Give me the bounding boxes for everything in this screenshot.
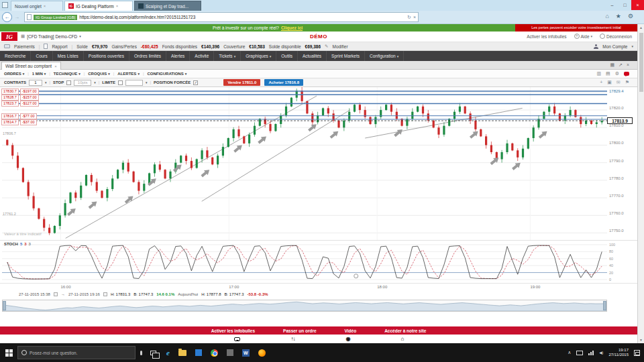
- scroll-down-icon[interactable]: ▼: [638, 338, 644, 342]
- tooltips-link[interactable]: Activer les infobulles: [527, 34, 566, 39]
- task-view-icon[interactable]: [150, 351, 156, 355]
- nav-sprint-markets[interactable]: Sprint Markets: [327, 51, 365, 61]
- snapshot-icon[interactable]: ▣: [607, 80, 612, 85]
- payments-link[interactable]: Paiements: [14, 44, 35, 49]
- nav-positions-ouvertes[interactable]: Positions ouvertes: [84, 51, 129, 61]
- stochastic-panel[interactable]: STOCH 5 3 3 100 80 60 40 20 0: [0, 240, 637, 283]
- network-icon[interactable]: [588, 351, 594, 355]
- help-menu[interactable]: ? Aide ▾: [574, 34, 593, 39]
- nav-ordres-limites[interactable]: Ordres limités: [129, 51, 166, 61]
- stop-input[interactable]: [74, 80, 91, 86]
- chat-icon[interactable]: [624, 72, 629, 76]
- order-level-row[interactable]: 17828.7-$157.00: [1, 95, 39, 101]
- close-icon[interactable]: ×: [116, 4, 119, 8]
- price-chart[interactable]: 17829.4 17820.0 17810.0 17800.0 17790.0 …: [0, 87, 637, 240]
- taskbar-icon-app-gray[interactable]: [227, 349, 233, 356]
- nav-cours[interactable]: Cours: [31, 51, 52, 61]
- maximize-button[interactable]: □: [619, 0, 631, 10]
- stochastic-plot[interactable]: [2, 241, 607, 284]
- back-button[interactable]: ←: [2, 12, 12, 22]
- menu-alertes[interactable]: ALERTES▾: [117, 72, 140, 76]
- url-field[interactable]: IG Group Limited [GB] https://demo-deal.…: [24, 12, 419, 22]
- minimize-button[interactable]: –: [606, 0, 619, 10]
- settings-icon[interactable]: ⚙: [615, 71, 619, 76]
- limit-input[interactable]: [125, 80, 143, 86]
- close-icon[interactable]: ×: [44, 4, 46, 8]
- buy-button[interactable]: Acheter 17816.8: [264, 79, 303, 86]
- taskbar-icon-firefox[interactable]: [258, 349, 266, 357]
- nav-graphiques[interactable]: Graphiques▾: [241, 51, 276, 61]
- contracts-input[interactable]: [29, 80, 42, 86]
- action-place-order[interactable]: Passer un ordre: [283, 328, 317, 333]
- nav-tickets[interactable]: Tickets▾: [214, 51, 241, 61]
- volume-icon[interactable]: ◀): [599, 351, 603, 355]
- chart-navigator[interactable]: [2, 300, 607, 312]
- nav-actualites[interactable]: Actualités: [298, 51, 327, 61]
- speech-bubble-icon[interactable]: [234, 337, 240, 341]
- order-arrows-icon[interactable]: ↑↓: [291, 336, 295, 342]
- navigator-handle-right[interactable]: [603, 301, 606, 310]
- list-icon[interactable]: ▤: [606, 71, 610, 76]
- menu-configurations[interactable]: CONFIGURATIONS▾: [147, 72, 186, 76]
- nav-activite[interactable]: Activité: [190, 51, 214, 61]
- close-icon[interactable]: ×: [54, 64, 57, 68]
- flag-icon[interactable]: ⚑: [625, 80, 629, 85]
- home-icon[interactable]: ⌂: [605, 13, 608, 19]
- browser-tab-new[interactable]: Nouvel onglet ×: [11, 1, 63, 11]
- chart-type-icon[interactable]: ▥: [596, 71, 601, 76]
- start-button[interactable]: [0, 343, 17, 362]
- touch-keyboard-icon[interactable]: [576, 351, 583, 355]
- nav-mes-listes[interactable]: Mes Listes: [53, 51, 84, 61]
- scrollbar-thumb[interactable]: [639, 33, 643, 92]
- cortana-search[interactable]: Posez-moi une question.: [17, 346, 136, 359]
- calendar-icon[interactable]: [54, 292, 58, 296]
- scroll-up-icon[interactable]: ▲: [638, 25, 644, 29]
- refresh-icon[interactable]: ↻: [407, 15, 411, 20]
- tray-chevron-icon[interactable]: ∧: [568, 350, 571, 355]
- taskbar-icon-word[interactable]: W: [242, 349, 250, 357]
- stepper-icon[interactable]: ▾: [45, 80, 47, 84]
- menu-ordres[interactable]: ORDRES▾: [4, 72, 24, 76]
- order-level-row[interactable]: 17823.7-$127.00: [1, 101, 39, 107]
- favorites-icon[interactable]: ★: [616, 13, 621, 19]
- order-level-row[interactable]: 17816.7-$77.00: [1, 113, 37, 119]
- microphone-icon[interactable]: [140, 351, 142, 355]
- browser-tab-scalping[interactable]: Scalping et Day trad...: [134, 1, 201, 11]
- nav-outils[interactable]: Outils: [276, 51, 298, 61]
- stop-checkbox[interactable]: [66, 80, 71, 85]
- my-account-link[interactable]: Mon Compte: [602, 44, 627, 49]
- action-center-icon[interactable]: [634, 350, 640, 356]
- taskbar-clock[interactable]: 19:17 27/11/2015: [608, 348, 629, 358]
- popout-icon[interactable]: ↗: [619, 62, 623, 68]
- menu-croquis[interactable]: CROQUIS▾: [88, 72, 110, 76]
- stop-icon[interactable]: ×: [413, 15, 416, 19]
- edit-link[interactable]: Modifier: [332, 44, 347, 49]
- nav-configuration[interactable]: Configuration▾: [365, 51, 404, 61]
- mail-icon[interactable]: ✉: [616, 80, 621, 85]
- crosshair-icon[interactable]: +: [600, 80, 602, 85]
- sell-button[interactable]: Vendre 17811.0: [223, 79, 260, 86]
- action-video[interactable]: Vidéo: [345, 328, 357, 333]
- close-icon[interactable]: ×: [627, 62, 629, 68]
- taskbar-icon-app-blue[interactable]: [195, 349, 202, 356]
- settings-icon[interactable]: ⚙: [628, 13, 633, 19]
- certificate-badge[interactable]: IG Group Limited [GB]: [34, 15, 77, 20]
- video-icon[interactable]: ◉: [346, 336, 350, 342]
- action-tooltips[interactable]: Activer les infobulles: [211, 328, 255, 333]
- browser-icon[interactable]: [2, 2, 8, 8]
- candlestick-plot[interactable]: [2, 87, 607, 240]
- order-level-row[interactable]: 17830.7-$197.00: [1, 88, 39, 95]
- order-level-row[interactable]: 17814.7-$37.00: [1, 119, 37, 125]
- limit-checkbox[interactable]: [118, 80, 123, 85]
- action-website[interactable]: Accéder à notre site: [384, 328, 426, 333]
- nav-recherche[interactable]: Recherche: [0, 51, 31, 61]
- home-icon[interactable]: ⌂: [401, 336, 404, 342]
- url-text[interactable]: https://demo-deal.ig.com/platform/index.…: [79, 15, 405, 19]
- layout-icon[interactable]: ▦: [610, 62, 614, 68]
- close-window-button[interactable]: ×: [631, 0, 644, 10]
- taskbar-icon-chrome[interactable]: [211, 349, 218, 357]
- logout-link[interactable]: Déconnexion: [600, 34, 632, 39]
- menu-interval[interactable]: 1 MIN▾: [32, 72, 46, 76]
- nav-alertes[interactable]: Alertes: [166, 51, 190, 61]
- browser-tab-ig[interactable]: IG IG Dealing Platform ×: [64, 1, 133, 11]
